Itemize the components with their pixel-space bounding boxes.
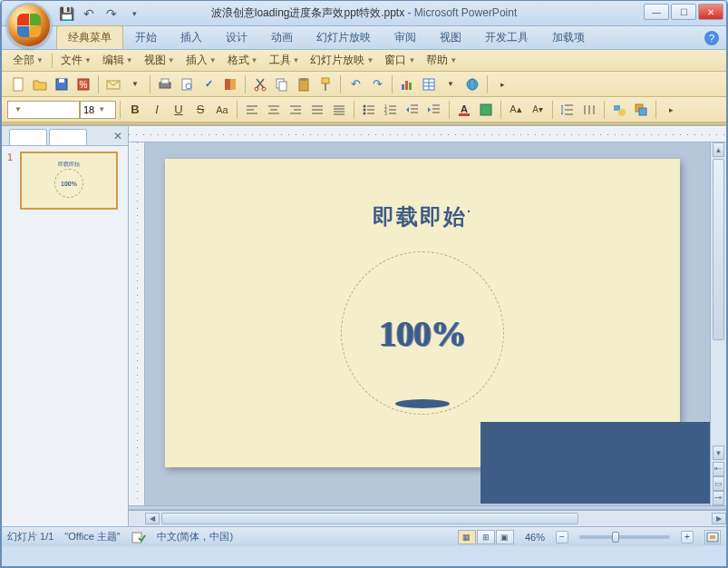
format-painter-button[interactable]: [315, 74, 335, 94]
line-spacing-button[interactable]: [558, 100, 578, 120]
chart-button[interactable]: [397, 74, 417, 94]
cut-button[interactable]: [250, 74, 270, 94]
research-button[interactable]: [220, 74, 240, 94]
underline-button[interactable]: U: [169, 100, 189, 120]
align-right-button[interactable]: [286, 100, 306, 120]
copy-button[interactable]: [272, 74, 292, 94]
bold-button[interactable]: B: [125, 100, 145, 120]
tab-developer[interactable]: 开发工具: [473, 25, 540, 49]
maximize-button[interactable]: ☐: [671, 4, 696, 20]
theme-name[interactable]: "Office 主题": [64, 530, 120, 544]
thumbnail-item[interactable]: 1 即载即始 100%: [7, 152, 122, 210]
vertical-scrollbar[interactable]: ▲ ▼ ⭰ ▭ ⭲: [710, 142, 726, 505]
tab-review[interactable]: 审阅: [383, 25, 428, 49]
tab-addins[interactable]: 加载项: [540, 25, 597, 49]
tab-animations[interactable]: 动画: [259, 25, 305, 49]
qat-save-button[interactable]: 💾: [56, 4, 76, 24]
redo-button[interactable]: ↷: [367, 74, 387, 94]
scroll-right-button[interactable]: ▶: [712, 513, 726, 524]
font-name-combo[interactable]: ▼: [7, 101, 80, 119]
tab-classic-menu[interactable]: 经典菜单: [56, 25, 123, 49]
hscroll-thumb[interactable]: [161, 513, 578, 524]
thumbnail-panel-close-icon[interactable]: ✕: [113, 130, 122, 142]
minimize-button[interactable]: —: [644, 4, 669, 20]
tab-view[interactable]: 视图: [428, 25, 473, 49]
sorter-view-button[interactable]: ⊞: [477, 530, 495, 544]
menu-format[interactable]: 格式▼: [222, 51, 264, 70]
zoom-slider-knob[interactable]: [612, 532, 619, 543]
language-status[interactable]: 中文(简体，中国): [157, 530, 233, 544]
recent-button[interactable]: ▼: [125, 74, 145, 94]
save-button[interactable]: [52, 74, 72, 94]
undo-button[interactable]: ↶: [345, 74, 365, 94]
tab-slideshow[interactable]: 幻灯片放映: [305, 25, 383, 49]
bullets-button[interactable]: [359, 100, 379, 120]
distributed-button[interactable]: [329, 100, 349, 120]
help-button[interactable]: ?: [704, 31, 719, 45]
scroll-down-button[interactable]: ▼: [713, 446, 724, 460]
decrease-font-button[interactable]: A▾: [528, 100, 548, 120]
thumbnail-tab-slides[interactable]: [9, 129, 47, 145]
menu-file[interactable]: 文件▼: [55, 51, 97, 70]
new-button[interactable]: [8, 74, 28, 94]
arrange-button[interactable]: [631, 100, 651, 120]
thumbnail-tab-outline[interactable]: [49, 129, 87, 145]
text-direction-button[interactable]: [579, 100, 599, 120]
slide-counter[interactable]: 幻灯片 1/1: [7, 530, 53, 544]
next-slide-button[interactable]: ⭲: [713, 491, 724, 505]
zoom-in-button[interactable]: +: [681, 531, 694, 544]
change-case-button[interactable]: Aa: [212, 100, 232, 120]
tables-dropdown[interactable]: ▼: [441, 74, 461, 94]
align-left-button[interactable]: [242, 100, 262, 120]
scroll-left-button[interactable]: ◀: [145, 513, 160, 524]
qat-redo-button[interactable]: ↷: [102, 4, 121, 24]
zoom-slider[interactable]: [579, 535, 670, 539]
zoom-level[interactable]: 46%: [525, 532, 545, 543]
font-color-button[interactable]: A: [454, 100, 474, 120]
decrease-indent-button[interactable]: [403, 100, 422, 120]
horizontal-scrollbar[interactable]: ◀ ▶: [145, 511, 726, 526]
percent-text[interactable]: 100%: [379, 312, 466, 355]
thumbnail-slide[interactable]: 即载即始 100%: [20, 152, 118, 210]
permission-button[interactable]: %: [73, 74, 93, 94]
vscroll-thumb[interactable]: [713, 159, 724, 340]
expand-toolbar1-button[interactable]: ▸: [492, 74, 512, 94]
strikethrough-button[interactable]: S: [190, 100, 210, 120]
spellcheck-button[interactable]: ✓: [199, 74, 218, 94]
ellipse-shape[interactable]: [395, 399, 450, 408]
font-size-combo[interactable]: 18▼: [80, 101, 116, 119]
qat-customize-dropdown[interactable]: ▾: [124, 4, 144, 24]
thumbnail-list[interactable]: 1 即载即始 100%: [2, 146, 128, 526]
normal-view-button[interactable]: ▦: [458, 530, 476, 544]
tab-design[interactable]: 设计: [214, 25, 259, 49]
italic-button[interactable]: I: [147, 100, 167, 120]
slide[interactable]: 即载即始· 100%: [165, 159, 680, 467]
print-preview-button[interactable]: [177, 74, 197, 94]
vertical-ruler[interactable]: [129, 142, 145, 505]
align-center-button[interactable]: [264, 100, 284, 120]
shapes-button[interactable]: [609, 100, 629, 120]
table-button[interactable]: [419, 74, 439, 94]
increase-indent-button[interactable]: [424, 100, 444, 120]
menu-slideshow[interactable]: 幻灯片放映▼: [305, 51, 379, 70]
zoom-out-button[interactable]: −: [556, 531, 568, 544]
hyperlink-button[interactable]: [462, 74, 482, 94]
horizontal-ruler[interactable]: [129, 126, 726, 142]
menu-help[interactable]: 帮助▼: [421, 51, 462, 70]
office-button[interactable]: [6, 3, 52, 48]
menu-view[interactable]: 视图▼: [139, 51, 180, 70]
tab-insert[interactable]: 插入: [169, 25, 214, 49]
qat-undo-button[interactable]: ↶: [79, 4, 99, 24]
slide-title-text[interactable]: 即载即始·: [373, 202, 472, 231]
menu-insert[interactable]: 插入▼: [180, 51, 222, 70]
menu-all[interactable]: 全部▼: [7, 51, 49, 70]
highlight-button[interactable]: [476, 100, 496, 120]
menu-edit[interactable]: 编辑▼: [97, 51, 139, 70]
numbering-button[interactable]: 123: [381, 100, 401, 120]
tab-home[interactable]: 开始: [123, 25, 169, 49]
menu-window[interactable]: 窗口▼: [379, 51, 421, 70]
scroll-up-button[interactable]: ▲: [713, 142, 724, 157]
menu-tools[interactable]: 工具▼: [264, 51, 306, 70]
slide-canvas[interactable]: 即载即始· 100%: [145, 142, 710, 505]
find-slide-button[interactable]: ▭: [713, 476, 724, 491]
